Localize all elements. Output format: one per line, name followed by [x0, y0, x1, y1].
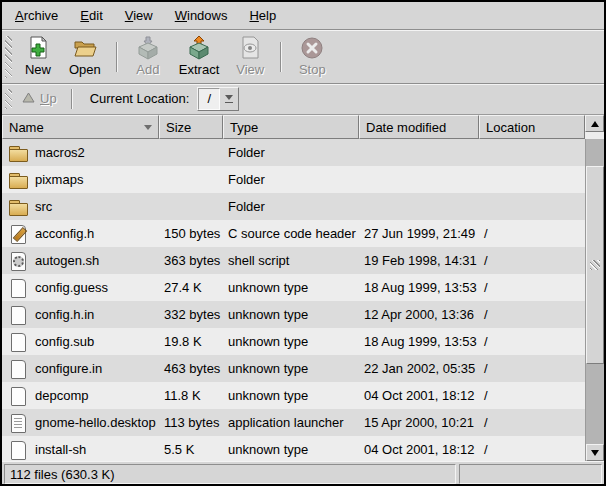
location-combobox-value: / [198, 88, 220, 110]
up-arrow-icon [22, 91, 35, 106]
extract-button[interactable]: Extract [171, 33, 227, 81]
document-icon [8, 305, 28, 325]
document-icon [8, 386, 28, 406]
list-header: Name Size Type Date modified Location [2, 115, 604, 139]
scrollbar-thumb[interactable] [586, 166, 604, 364]
document-icon [8, 278, 28, 298]
table-row[interactable]: configure.in 463 bytes unknown type 22 J… [2, 355, 585, 382]
view-file-icon [237, 35, 263, 61]
vertical-scrollbar [585, 139, 604, 461]
statusbar: 112 files (630.3 K) [4, 464, 602, 484]
toolbar: New Open Add [2, 31, 604, 83]
extract-icon [186, 35, 212, 61]
table-row[interactable]: config.h.in 332 bytes unknown type 12 Ap… [2, 301, 585, 328]
document-icon [8, 332, 28, 352]
table-row[interactable]: macros2 Folder [2, 139, 585, 166]
current-location-label: Current Location: [90, 91, 190, 106]
table-row[interactable]: gnome-hello.desktop 113 bytes applicatio… [2, 409, 585, 436]
table-row[interactable]: install-sh 5.5 K unknown type 04 Oct 200… [2, 436, 585, 461]
menubar: Archive Edit View Windows Help [2, 2, 604, 29]
table-row[interactable]: depcomp 11.8 K unknown type 04 Oct 2001,… [2, 382, 585, 409]
column-header-date-modified[interactable]: Date modified [359, 115, 479, 139]
location-bar-separator [71, 89, 73, 109]
column-header-size[interactable]: Size [159, 115, 223, 139]
column-header-type[interactable]: Type [223, 115, 359, 139]
scrollbar-grip [590, 260, 600, 270]
stop-icon [299, 35, 325, 61]
open-archive-icon [72, 35, 98, 61]
list-body: macros2 Folder pixmaps Folder src F [2, 139, 585, 461]
launcher-file-icon [8, 413, 28, 433]
file-list: Name Size Type Date modified Location ma… [2, 114, 604, 462]
add-files-icon [135, 35, 161, 61]
table-row[interactable]: pixmaps Folder [2, 166, 585, 193]
location-bar-grip[interactable] [5, 89, 12, 109]
location-combobox[interactable]: / [197, 87, 239, 111]
table-row[interactable]: src Folder [2, 193, 585, 220]
up-button[interactable]: Up [15, 88, 64, 109]
table-row[interactable]: config.guess 27.4 K unknown type 18 Aug … [2, 274, 585, 301]
view-button[interactable]: View [227, 33, 273, 81]
menu-view[interactable]: View [114, 4, 164, 27]
table-row[interactable]: acconfig.h 150 bytes C source code heade… [2, 220, 585, 247]
new-button[interactable]: New [15, 33, 61, 81]
toolbar-separator [116, 42, 118, 72]
stop-button[interactable]: Stop [289, 33, 335, 81]
archive-manager-window: Archive Edit View Windows Help New [0, 0, 606, 486]
column-header-name[interactable]: Name [2, 115, 159, 139]
document-icon [8, 359, 28, 379]
scrollbar-trough[interactable] [586, 139, 604, 444]
folder-icon [8, 197, 28, 217]
folder-icon [8, 170, 28, 190]
table-row[interactable]: autogen.sh 363 bytes shell script 19 Feb… [2, 247, 585, 274]
menu-windows[interactable]: Windows [164, 4, 239, 27]
combobox-dropdown-icon [220, 88, 238, 110]
toolbar-grip[interactable] [5, 36, 12, 78]
scroll-up-icon [591, 121, 599, 127]
scroll-down-icon [591, 450, 599, 456]
menu-archive[interactable]: Archive [4, 4, 69, 27]
open-button[interactable]: Open [61, 33, 109, 81]
statusbar-secondary-panel [459, 464, 602, 484]
column-header-location[interactable]: Location [479, 115, 585, 139]
scrollbar-down-button[interactable] [586, 444, 604, 461]
folder-icon [8, 143, 28, 163]
toolbar-separator-2 [280, 42, 282, 72]
table-row[interactable]: config.sub 19.8 K unknown type 18 Aug 19… [2, 328, 585, 355]
menu-help[interactable]: Help [238, 4, 287, 27]
add-button[interactable]: Add [125, 33, 171, 81]
script-file-icon [8, 251, 28, 271]
c-source-file-icon [8, 224, 28, 244]
sort-descending-icon [144, 125, 152, 130]
statusbar-file-count: 112 files (630.3 K) [4, 464, 456, 484]
menu-edit[interactable]: Edit [69, 4, 113, 27]
location-bar: Up Current Location: / [2, 85, 604, 112]
document-icon [8, 440, 28, 460]
new-archive-icon [25, 35, 51, 61]
scrollbar-up-button[interactable] [585, 115, 604, 132]
